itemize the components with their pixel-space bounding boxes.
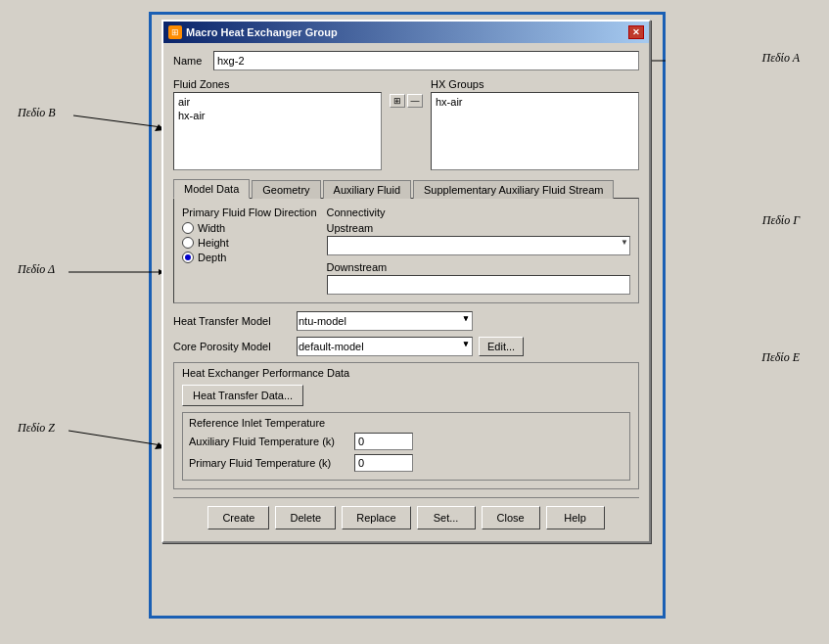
annotation-field-a: Πεδίο Α — [762, 51, 800, 66]
reference-temp-group: Reference Inlet Temperature Auxiliary Fl… — [182, 412, 630, 481]
radio-height[interactable]: Height — [182, 237, 317, 249]
ref-temp-title: Reference Inlet Temperature — [189, 417, 623, 429]
flow-direction-section: Primary Fluid Flow Direction Width Heigh… — [182, 207, 317, 295]
name-input[interactable] — [213, 51, 639, 70]
dialog-title: Macro Heat Exchanger Group — [186, 26, 338, 38]
svg-line-11 — [69, 431, 161, 445]
hx-groups-label-row: HX Groups — [431, 78, 639, 90]
title-bar-left: ⊞ Macro Heat Exchanger Group — [168, 25, 338, 39]
radio-circle-width[interactable] — [182, 222, 194, 234]
radio-label-width: Width — [198, 222, 225, 234]
upstream-select-wrapper — [327, 236, 630, 261]
set-button[interactable]: Set... — [417, 506, 476, 529]
tab-supplementary[interactable]: Supplementary Auxiliary Fluid Stream — [413, 180, 614, 199]
primary-fluid-temp-label: Primary Fluid Temperature (k) — [189, 457, 350, 469]
edit-button[interactable]: Edit... — [479, 337, 524, 356]
radio-circle-depth[interactable] — [182, 252, 194, 263]
app-icon: ⊞ — [168, 25, 182, 39]
aux-fluid-temp-row: Auxiliary Fluid Temperature (k) — [189, 433, 623, 450]
list-icon-buttons: ⊞ — — [390, 78, 423, 170]
list-item[interactable]: air — [176, 95, 379, 109]
annotation-field-b: Πεδίο Β — [18, 106, 56, 120]
primary-fluid-temp-input[interactable] — [354, 454, 413, 472]
flow-direction-title: Primary Fluid Flow Direction — [182, 207, 317, 218]
heat-transfer-model-wrapper: ntu-model ▼ — [297, 311, 473, 331]
downstream-input[interactable] — [327, 275, 630, 295]
svg-line-3 — [73, 115, 161, 127]
heat-transfer-data-button[interactable]: Heat Transfer Data... — [182, 385, 303, 406]
name-label: Name — [173, 55, 207, 67]
tab-model-data[interactable]: Model Data — [173, 179, 250, 199]
hx-groups-listbox[interactable]: hx-air — [431, 92, 639, 170]
core-porosity-select[interactable]: default-model — [297, 337, 473, 356]
core-porosity-select-wrapper: default-model ▼ — [297, 337, 473, 356]
radio-depth[interactable]: Depth — [182, 252, 317, 263]
replace-button[interactable]: Replace — [342, 506, 410, 529]
core-porosity-model-row: Core Porosity Model default-model ▼ Edit… — [173, 337, 639, 356]
dialog-content: Name Fluid Zones air hx-air ⊞ — HX Group… — [163, 43, 649, 541]
hx-groups-label: HX Groups — [431, 78, 484, 90]
connectivity-title: Connectivity — [327, 207, 630, 218]
help-button[interactable]: Help — [546, 506, 605, 529]
heat-transfer-model-label: Heat Transfer Model — [173, 315, 291, 327]
delete-button[interactable]: Delete — [275, 506, 336, 529]
create-button[interactable]: Create — [207, 506, 269, 529]
aux-fluid-temp-label: Auxiliary Fluid Temperature (k) — [189, 436, 350, 447]
radio-label-height: Height — [198, 237, 229, 249]
name-row: Name — [173, 51, 639, 70]
fluid-zones-panel: Fluid Zones air hx-air — [173, 78, 382, 170]
fluid-zones-label: Fluid Zones — [173, 78, 229, 90]
fluid-zones-label-row: Fluid Zones — [173, 78, 382, 90]
annotation-field-c: Πεδίο Γ — [762, 213, 800, 228]
radio-width[interactable]: Width — [182, 222, 317, 234]
performance-data-group: Heat Exchanger Performance Data Heat Tra… — [173, 362, 639, 489]
primary-fluid-temp-row: Primary Fluid Temperature (k) — [189, 454, 623, 472]
fluid-hx-row: Fluid Zones air hx-air ⊞ — HX Groups hx-… — [173, 78, 639, 170]
flow-direction-radio-group: Width Height Depth — [182, 222, 317, 263]
heat-transfer-model-select[interactable]: ntu-model — [297, 311, 473, 331]
core-porosity-label: Core Porosity Model — [173, 341, 291, 352]
aux-fluid-temp-input[interactable] — [354, 433, 413, 450]
list-item[interactable]: hx-air — [434, 95, 636, 109]
dialog-window: ⊞ Macro Heat Exchanger Group ✕ Name Flui… — [161, 20, 651, 543]
bottom-buttons-row: Create Delete Replace Set... Close Help — [173, 497, 639, 533]
tab-content-panel: Primary Fluid Flow Direction Width Heigh… — [173, 198, 639, 303]
radio-label-depth: Depth — [198, 252, 226, 263]
close-dialog-button[interactable]: Close — [482, 506, 540, 529]
list-remove-icon[interactable]: — — [407, 94, 423, 108]
perf-data-title: Heat Exchanger Performance Data — [182, 367, 630, 379]
heat-transfer-model-row: Heat Transfer Model ntu-model ▼ — [173, 311, 639, 331]
hx-groups-panel: HX Groups hx-air — [431, 78, 639, 170]
tab-inner-layout: Primary Fluid Flow Direction Width Heigh… — [182, 207, 630, 295]
annotation-field-d: Πεδίο Δ — [18, 262, 55, 277]
radio-circle-height[interactable] — [182, 237, 194, 249]
list-copy-icon[interactable]: ⊞ — [390, 94, 405, 108]
connectivity-section: Connectivity Upstream Downstream — [327, 207, 630, 295]
tab-geometry[interactable]: Geometry — [252, 180, 320, 199]
list-item[interactable]: hx-air — [176, 109, 379, 122]
close-button[interactable]: ✕ — [628, 25, 644, 39]
tab-bar: Model Data Geometry Auxiliary Fluid Supp… — [173, 178, 639, 198]
upstream-select[interactable] — [327, 236, 630, 255]
title-bar: ⊞ Macro Heat Exchanger Group ✕ — [163, 22, 649, 43]
tab-auxiliary-fluid[interactable]: Auxiliary Fluid — [323, 180, 411, 199]
fluid-zones-listbox[interactable]: air hx-air — [173, 92, 382, 170]
downstream-label: Downstream — [327, 261, 630, 273]
upstream-label: Upstream — [327, 222, 630, 234]
annotation-field-e: Πεδίο Ε — [761, 350, 800, 365]
annotation-field-z: Πεδίο Ζ — [18, 421, 55, 436]
